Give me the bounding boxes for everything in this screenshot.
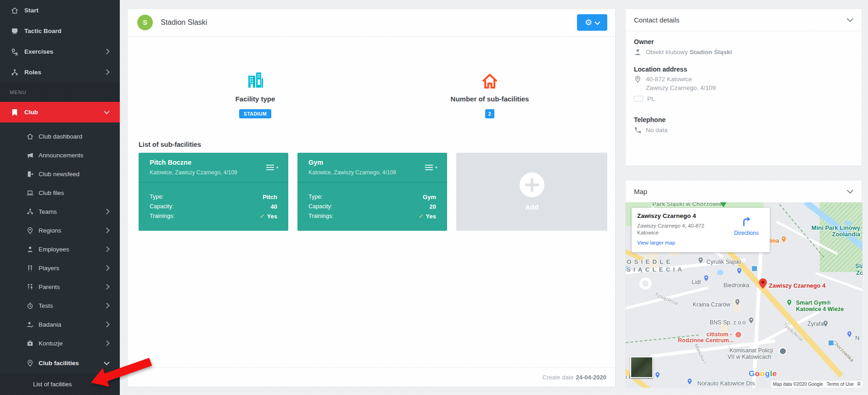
chevron-down-icon <box>104 108 110 114</box>
sidebar-item-label: Employees <box>39 246 69 253</box>
sidebar-item-exercises[interactable]: Exercises <box>0 41 120 62</box>
sidebar: Start Tactic Board Exercises Roles MENU … <box>0 0 120 395</box>
terms-of-use-link[interactable]: Terms of Use <box>825 381 856 388</box>
info-card-address-line1: Zawiszy Czarnego 4, 40-872 <box>637 223 704 228</box>
location-pin-icon <box>634 75 642 83</box>
add-subfacility-card[interactable]: Add <box>456 153 607 231</box>
facility-detail-panel: S Stadion Slaski ⚙ Facility <box>127 8 616 387</box>
chevron-right-icon <box>104 284 110 289</box>
sidebar-item-label: List of facilities <box>33 381 72 388</box>
satellite-toggle-thumbnail[interactable] <box>630 356 653 378</box>
sidebar-item-kontuzje[interactable]: Kontuzje <box>0 334 120 353</box>
stopwatch-icon <box>26 302 34 310</box>
sidebar-item-label: Kontuzje <box>39 340 63 347</box>
subfacility-card-pitch-boczne[interactable]: Pitch Boczne Katowice, Zawiszy Czarnego,… <box>139 153 288 231</box>
sidebar-item-badania[interactable]: Badania <box>0 315 120 334</box>
sidebar-item-announcements[interactable]: Announcements <box>0 146 120 165</box>
map-label: Norauto Katowice Dts <box>697 380 755 387</box>
map-pin-gym-icon <box>786 298 793 307</box>
row-label: Type: <box>150 192 164 202</box>
sidebar-item-start[interactable]: Start <box>0 0 120 21</box>
map-label: Żyrafa <box>807 321 823 327</box>
info-card-title: Zawiszy Czarnego 4 <box>637 212 696 219</box>
map-poi-police-icon <box>779 347 787 355</box>
sidebar-item-club[interactable]: Club <box>0 102 120 122</box>
check-icon: ✓ <box>260 213 265 220</box>
map-pin-icon <box>734 297 741 307</box>
map-pond <box>717 270 723 275</box>
map-panel: Map Park Śląski w Chorzowie Mini Park L <box>625 180 862 387</box>
sidebar-item-label: Tests <box>39 302 53 309</box>
map-tram-stop-icon <box>828 340 834 346</box>
map-pin-icon <box>26 227 34 234</box>
map-label: Lidl <box>692 279 700 285</box>
google-map[interactable]: Park Śląski w Chorzowie Mini Park Linowy… <box>626 202 862 388</box>
map-label: Mini Park Linowy <box>812 224 860 231</box>
chevron-down-icon <box>594 19 600 25</box>
chevron-right-icon <box>104 69 110 75</box>
country-code: PL <box>647 95 655 102</box>
sidebar-item-parents[interactable]: Parents <box>0 278 120 296</box>
map-pin-shopping-icon <box>846 329 853 339</box>
person-check-icon <box>26 321 34 328</box>
map-park-marker-icon <box>720 202 727 207</box>
map-title: Map <box>634 188 647 195</box>
card-menu-button[interactable]: ▾ <box>425 163 439 172</box>
map-label: Śląs <box>855 262 862 269</box>
sidebar-item-club-dashboard[interactable]: Club dashboard <box>0 127 120 146</box>
map-label: Komisariat Policji <box>729 347 773 354</box>
sidebar-item-tests[interactable]: Tests <box>0 296 120 315</box>
facility-title: Stadion Slaski <box>161 18 207 27</box>
sidebar-item-label: Badania <box>39 321 62 328</box>
directions-label: Directions <box>730 230 762 236</box>
map-label: Katowice 4 Wieże <box>796 306 844 312</box>
map-label: citistom - <box>706 331 732 338</box>
directions-button[interactable]: Directions <box>730 215 762 236</box>
report-link[interactable]: R <box>856 381 862 388</box>
map-attribution: Map data ©2020 Google Terms of Use R <box>771 381 862 388</box>
sidebar-item-label: Start <box>24 7 39 14</box>
facility-type-label: Facility type <box>186 95 324 103</box>
card-body: Type: Gym Capacity: 20 Trainings: ✓Yes <box>297 183 447 221</box>
card-row-type: Type: Pitch <box>150 192 277 202</box>
sidebar-item-players[interactable]: Players <box>0 259 120 278</box>
teams-icon <box>26 208 34 216</box>
contact-details-title: Contact details <box>634 16 679 24</box>
card-menu-button[interactable]: ▾ <box>266 163 280 172</box>
chevron-right-icon <box>104 227 110 233</box>
sidebar-item-club-newsfeed[interactable]: Club newsfeed <box>0 165 120 184</box>
settings-dropdown-button[interactable]: ⚙ <box>577 14 607 31</box>
sidebar-item-regions[interactable]: Regions <box>0 221 120 240</box>
sidebar-item-label: Teams <box>39 208 57 215</box>
person-icon <box>26 245 34 253</box>
telephone-heading: Telephone <box>634 116 666 123</box>
map-label: BNS Sp. z o.o <box>710 319 746 326</box>
sidebar-item-employees[interactable]: Employees <box>0 240 120 259</box>
buildings-icon <box>186 69 324 90</box>
sidebar-item-tactic-board[interactable]: Tactic Board <box>0 21 120 41</box>
exercises-icon <box>11 48 19 56</box>
facility-footer: Create date 24-04-2020 <box>128 367 615 387</box>
view-larger-map-link[interactable]: View larger map <box>637 240 675 245</box>
row-value: Yes <box>267 213 277 220</box>
map-roundabout <box>639 278 651 289</box>
subfacility-count-stat: Number of sub-facilities 2 <box>421 69 559 118</box>
card-row-trainings: Trainings: ✓Yes <box>308 211 436 221</box>
owner-heading: Owner <box>634 38 654 45</box>
create-date-value: 24-04-2020 <box>576 374 607 381</box>
sidebar-item-roles[interactable]: Roles <box>0 62 120 83</box>
chevron-down-icon <box>847 16 853 22</box>
card-body: Type: Pitch Capacity: 40 Trainings: ✓Yes <box>139 183 288 221</box>
map-pin-icon <box>26 359 34 367</box>
megaphone-icon <box>26 151 34 159</box>
row-label: Capacity: <box>308 202 332 211</box>
card-title: Pitch Boczne <box>150 159 191 166</box>
sidebar-item-club-files[interactable]: Club files <box>0 184 120 202</box>
chevron-right-icon <box>104 321 110 327</box>
chevron-right-icon <box>104 246 110 252</box>
contact-details-header[interactable]: Contact details <box>626 9 862 31</box>
sidebar-item-teams[interactable]: Teams <box>0 202 120 221</box>
map-pin-shopping-icon <box>654 370 661 380</box>
map-header[interactable]: Map <box>626 180 862 203</box>
subfacility-card-gym[interactable]: Gym Katowice, Zawiszy Czarnego, 4/109 ▾ … <box>297 153 447 231</box>
